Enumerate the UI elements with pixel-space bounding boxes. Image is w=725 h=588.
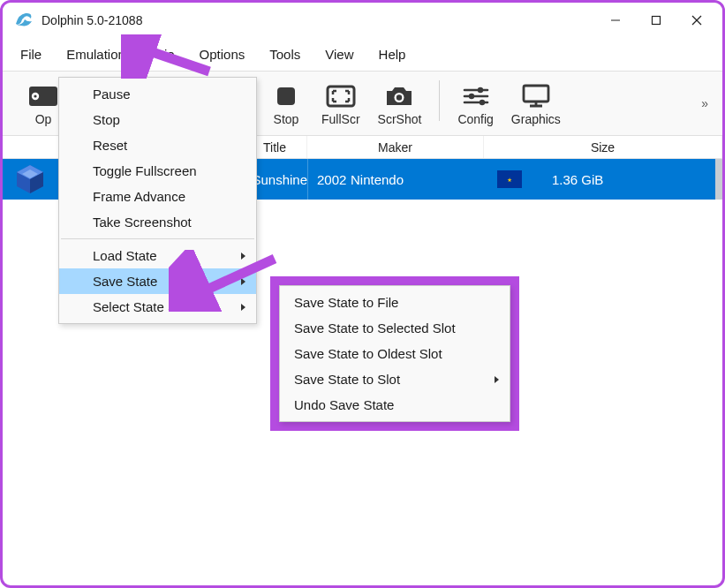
- window-title: Dolphin 5.0-21088: [42, 13, 595, 27]
- svg-point-15: [468, 94, 473, 99]
- column-maker[interactable]: Maker: [307, 136, 484, 158]
- menu-item-toggle-fullscreen[interactable]: Toggle Fullscreen: [59, 158, 256, 184]
- maximize-button[interactable]: [636, 6, 676, 34]
- menu-item-reset[interactable]: Reset: [59, 132, 256, 158]
- submenu-undo[interactable]: Undo Save State: [280, 392, 510, 418]
- menu-item-frame-advance[interactable]: Frame Advance: [59, 184, 256, 209]
- disc-icon: [26, 80, 61, 112]
- svg-rect-17: [524, 86, 548, 102]
- menu-item-stop[interactable]: Stop: [59, 107, 256, 132]
- svg-rect-7: [277, 87, 295, 105]
- submenu-save-to-selected[interactable]: Save State to Selected Slot: [280, 315, 510, 341]
- menu-options[interactable]: Options: [187, 41, 258, 67]
- platform-gamecube-icon: [3, 163, 57, 195]
- menu-item-select-state-slot[interactable]: Select State Slot: [59, 294, 256, 320]
- save-state-submenu: Save State to File Save State to Selecte…: [279, 285, 510, 422]
- sliders-icon: [458, 80, 494, 112]
- emulation-dropdown: Pause Stop Reset Toggle Fullscreen Frame…: [58, 77, 257, 324]
- submenu-save-to-file[interactable]: Save State to File: [280, 290, 510, 315]
- monitor-icon: [518, 80, 554, 112]
- region-eu-icon: ⋆: [483, 170, 536, 188]
- menu-separator: [61, 238, 254, 239]
- menu-file[interactable]: File: [8, 41, 54, 67]
- annotation-highlight-box: Save State to File Save State to Selecte…: [270, 276, 519, 431]
- stop-icon: [268, 80, 304, 112]
- game-maker: Nintendo: [351, 172, 483, 187]
- game-size: 1.36 GiB: [536, 172, 715, 187]
- toolbar-graphics-label: Graphics: [511, 112, 561, 126]
- menu-emulation[interactable]: Emulation: [54, 41, 138, 67]
- svg-point-16: [479, 100, 484, 105]
- menu-help[interactable]: Help: [366, 41, 419, 67]
- svg-point-10: [396, 94, 402, 100]
- toolbar-stop-button[interactable]: Stop: [260, 77, 313, 130]
- toolbar-screenshot-label: ScrShot: [378, 112, 422, 126]
- menu-item-load-state[interactable]: Load State: [59, 243, 256, 268]
- minimize-button[interactable]: [595, 6, 636, 34]
- svg-rect-1: [653, 17, 661, 25]
- toolbar-separator: [439, 80, 440, 121]
- toolbar-graphics-button[interactable]: Graphics: [502, 77, 570, 130]
- toolbar-stop-label: Stop: [274, 112, 299, 126]
- submenu-save-to-slot[interactable]: Save State to Slot: [280, 366, 510, 392]
- toolbar-open-label: Op: [35, 112, 52, 126]
- menu-item-pause[interactable]: Pause: [59, 81, 256, 107]
- title-bar: Dolphin 5.0-21088: [3, 3, 722, 38]
- fullscreen-icon: [323, 80, 359, 112]
- dolphin-icon: [13, 10, 34, 32]
- menu-item-save-state[interactable]: Save State: [59, 268, 256, 294]
- window-controls: [595, 6, 717, 34]
- menu-tools[interactable]: Tools: [257, 41, 313, 67]
- menu-movie-partial[interactable]: ie: [138, 41, 187, 67]
- submenu-save-to-oldest[interactable]: Save State to Oldest Slot: [280, 341, 510, 366]
- svg-point-6: [34, 94, 36, 97]
- close-button[interactable]: [676, 6, 717, 34]
- toolbar-fullscreen-button[interactable]: FullScr: [313, 77, 369, 130]
- menu-view[interactable]: View: [313, 41, 366, 67]
- toolbar-overflow-button[interactable]: »: [696, 77, 715, 130]
- svg-point-14: [477, 87, 482, 93]
- toolbar-fullscreen-label: FullScr: [321, 112, 360, 126]
- scrollbar-vertical[interactable]: [715, 159, 722, 200]
- camera-icon: [381, 80, 417, 112]
- menu-item-take-screenshot[interactable]: Take Screenshot: [59, 209, 256, 235]
- menu-bar: File Emulation ie Options Tools View Hel…: [3, 38, 722, 72]
- toolbar-config-label: Config: [457, 112, 493, 126]
- column-size[interactable]: Size: [484, 136, 722, 158]
- game-year: 2002: [308, 172, 351, 187]
- svg-rect-8: [328, 87, 354, 106]
- toolbar-config-button[interactable]: Config: [449, 77, 502, 130]
- toolbar-screenshot-button[interactable]: ScrShot: [369, 77, 431, 130]
